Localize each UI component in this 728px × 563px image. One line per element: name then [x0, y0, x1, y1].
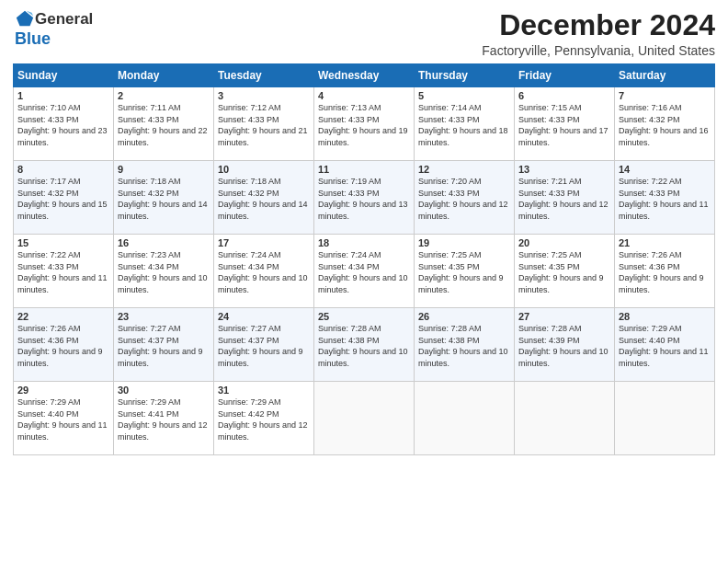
day-number: 8: [17, 164, 109, 175]
day-number: 18: [318, 237, 410, 248]
day-info: Sunrise: 7:27 AMSunset: 4:37 PMDaylight:…: [118, 323, 210, 369]
day-number: 3: [218, 90, 310, 101]
day-info: Sunrise: 7:24 AMSunset: 4:34 PMDaylight:…: [318, 249, 410, 295]
day-info: Sunrise: 7:26 AMSunset: 4:36 PMDaylight:…: [17, 323, 109, 369]
calendar-cell: 1Sunrise: 7:10 AMSunset: 4:33 PMDaylight…: [14, 87, 114, 161]
logo-icon: [15, 9, 35, 29]
day-info: Sunrise: 7:23 AMSunset: 4:34 PMDaylight:…: [118, 249, 210, 295]
day-number: 17: [218, 237, 310, 248]
day-info: Sunrise: 7:15 AMSunset: 4:33 PMDaylight:…: [518, 102, 610, 148]
calendar-cell: 15Sunrise: 7:22 AMSunset: 4:33 PMDayligh…: [14, 235, 114, 308]
col-header-saturday: Saturday: [615, 64, 715, 87]
day-number: 15: [17, 237, 109, 248]
day-number: 27: [518, 311, 610, 322]
day-info: Sunrise: 7:18 AMSunset: 4:32 PMDaylight:…: [118, 176, 210, 222]
calendar-cell: 13Sunrise: 7:21 AMSunset: 4:33 PMDayligh…: [515, 161, 615, 235]
col-header-sunday: Sunday: [14, 64, 114, 87]
calendar: SundayMondayTuesdayWednesdayThursdayFrid…: [13, 63, 715, 455]
calendar-cell: 31Sunrise: 7:29 AMSunset: 4:42 PMDayligh…: [214, 382, 314, 455]
calendar-cell: [515, 382, 615, 455]
calendar-week-2: 8Sunrise: 7:17 AMSunset: 4:32 PMDaylight…: [14, 161, 715, 235]
day-number: 26: [418, 311, 510, 322]
day-number: 21: [619, 237, 711, 248]
day-number: 11: [318, 164, 410, 175]
calendar-cell: 11Sunrise: 7:19 AMSunset: 4:33 PMDayligh…: [314, 161, 415, 235]
day-number: 14: [619, 164, 711, 175]
calendar-cell: [314, 382, 415, 455]
calendar-cell: 16Sunrise: 7:23 AMSunset: 4:34 PMDayligh…: [114, 235, 214, 308]
calendar-cell: 21Sunrise: 7:26 AMSunset: 4:36 PMDayligh…: [615, 235, 715, 308]
calendar-cell: 8Sunrise: 7:17 AMSunset: 4:32 PMDaylight…: [14, 161, 114, 235]
calendar-cell: 23Sunrise: 7:27 AMSunset: 4:37 PMDayligh…: [114, 308, 214, 382]
calendar-cell: 19Sunrise: 7:25 AMSunset: 4:35 PMDayligh…: [415, 235, 515, 308]
day-info: Sunrise: 7:29 AMSunset: 4:41 PMDaylight:…: [118, 396, 210, 442]
day-number: 31: [218, 385, 310, 396]
day-info: Sunrise: 7:28 AMSunset: 4:38 PMDaylight:…: [418, 323, 510, 369]
header: General Blue December 2024 Factoryville,…: [13, 9, 715, 58]
col-header-tuesday: Tuesday: [214, 64, 314, 87]
day-info: Sunrise: 7:29 AMSunset: 4:40 PMDaylight:…: [619, 323, 711, 369]
logo-line1: General: [13, 9, 93, 29]
day-number: 28: [619, 311, 711, 322]
day-number: 30: [118, 385, 210, 396]
calendar-cell: 7Sunrise: 7:16 AMSunset: 4:32 PMDaylight…: [615, 87, 715, 161]
calendar-cell: 26Sunrise: 7:28 AMSunset: 4:38 PMDayligh…: [415, 308, 515, 382]
day-info: Sunrise: 7:11 AMSunset: 4:33 PMDaylight:…: [118, 102, 210, 148]
day-info: Sunrise: 7:28 AMSunset: 4:38 PMDaylight:…: [318, 323, 410, 369]
day-info: Sunrise: 7:16 AMSunset: 4:32 PMDaylight:…: [619, 102, 711, 148]
day-number: 12: [418, 164, 510, 175]
subtitle: Factoryville, Pennsylvania, United State…: [482, 43, 715, 58]
calendar-cell: 2Sunrise: 7:11 AMSunset: 4:33 PMDaylight…: [114, 87, 214, 161]
calendar-cell: 28Sunrise: 7:29 AMSunset: 4:40 PMDayligh…: [615, 308, 715, 382]
calendar-cell: 12Sunrise: 7:20 AMSunset: 4:33 PMDayligh…: [415, 161, 515, 235]
calendar-week-4: 22Sunrise: 7:26 AMSunset: 4:36 PMDayligh…: [14, 308, 715, 382]
calendar-cell: [615, 382, 715, 455]
day-number: 13: [518, 164, 610, 175]
title-block: December 2024 Factoryville, Pennsylvania…: [482, 9, 715, 58]
day-info: Sunrise: 7:17 AMSunset: 4:32 PMDaylight:…: [17, 176, 109, 222]
day-number: 5: [418, 90, 510, 101]
logo-text-blue: Blue: [15, 29, 51, 49]
calendar-cell: 14Sunrise: 7:22 AMSunset: 4:33 PMDayligh…: [615, 161, 715, 235]
day-info: Sunrise: 7:26 AMSunset: 4:36 PMDaylight:…: [619, 249, 711, 295]
calendar-week-1: 1Sunrise: 7:10 AMSunset: 4:33 PMDaylight…: [14, 87, 715, 161]
day-info: Sunrise: 7:25 AMSunset: 4:35 PMDaylight:…: [518, 249, 610, 295]
day-info: Sunrise: 7:12 AMSunset: 4:33 PMDaylight:…: [218, 102, 310, 148]
calendar-cell: 22Sunrise: 7:26 AMSunset: 4:36 PMDayligh…: [14, 308, 114, 382]
day-number: 25: [318, 311, 410, 322]
day-number: 16: [118, 237, 210, 248]
day-number: 20: [518, 237, 610, 248]
calendar-cell: 6Sunrise: 7:15 AMSunset: 4:33 PMDaylight…: [515, 87, 615, 161]
day-info: Sunrise: 7:28 AMSunset: 4:39 PMDaylight:…: [518, 323, 610, 369]
logo-text-general: General: [35, 10, 93, 29]
day-info: Sunrise: 7:18 AMSunset: 4:32 PMDaylight:…: [218, 176, 310, 222]
calendar-week-5: 29Sunrise: 7:29 AMSunset: 4:40 PMDayligh…: [14, 382, 715, 455]
calendar-cell: 4Sunrise: 7:13 AMSunset: 4:33 PMDaylight…: [314, 87, 415, 161]
col-header-wednesday: Wednesday: [314, 64, 415, 87]
day-number: 1: [17, 90, 109, 101]
day-info: Sunrise: 7:22 AMSunset: 4:33 PMDaylight:…: [17, 249, 109, 295]
main-title: December 2024: [482, 9, 715, 41]
day-info: Sunrise: 7:22 AMSunset: 4:33 PMDaylight:…: [619, 176, 711, 222]
day-info: Sunrise: 7:19 AMSunset: 4:33 PMDaylight:…: [318, 176, 410, 222]
day-number: 6: [518, 90, 610, 101]
day-info: Sunrise: 7:24 AMSunset: 4:34 PMDaylight:…: [218, 249, 310, 295]
day-number: 10: [218, 164, 310, 175]
col-header-thursday: Thursday: [415, 64, 515, 87]
calendar-cell: 24Sunrise: 7:27 AMSunset: 4:37 PMDayligh…: [214, 308, 314, 382]
day-info: Sunrise: 7:20 AMSunset: 4:33 PMDaylight:…: [418, 176, 510, 222]
col-header-monday: Monday: [114, 64, 214, 87]
day-number: 7: [619, 90, 711, 101]
col-header-friday: Friday: [515, 64, 615, 87]
calendar-cell: 3Sunrise: 7:12 AMSunset: 4:33 PMDaylight…: [214, 87, 314, 161]
day-number: 23: [118, 311, 210, 322]
day-number: 22: [17, 311, 109, 322]
day-info: Sunrise: 7:27 AMSunset: 4:37 PMDaylight:…: [218, 323, 310, 369]
calendar-cell: 5Sunrise: 7:14 AMSunset: 4:33 PMDaylight…: [415, 87, 515, 161]
day-info: Sunrise: 7:13 AMSunset: 4:33 PMDaylight:…: [318, 102, 410, 148]
day-info: Sunrise: 7:14 AMSunset: 4:33 PMDaylight:…: [418, 102, 510, 148]
day-info: Sunrise: 7:10 AMSunset: 4:33 PMDaylight:…: [17, 102, 109, 148]
calendar-cell: 30Sunrise: 7:29 AMSunset: 4:41 PMDayligh…: [114, 382, 214, 455]
day-number: 4: [318, 90, 410, 101]
calendar-cell: 9Sunrise: 7:18 AMSunset: 4:32 PMDaylight…: [114, 161, 214, 235]
